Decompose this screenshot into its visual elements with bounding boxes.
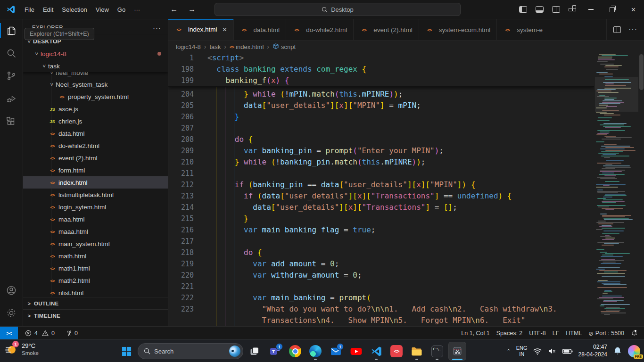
editor-more-actions-button[interactable]: ··· — [628, 25, 637, 34]
status-notifications-bell-icon[interactable] — [627, 330, 641, 337]
clock[interactable]: 02:47 28-04-2024 — [578, 344, 607, 358]
tree-item-math2-html[interactable]: <>math2.html — [23, 274, 168, 287]
tree-item-math1-html[interactable]: <>math1.html — [23, 262, 168, 274]
start-button[interactable] — [117, 342, 135, 361]
notification-bell-icon[interactable] — [612, 346, 623, 356]
ports-button[interactable]: 0 — [63, 327, 81, 340]
toggle-panel-icon[interactable] — [536, 6, 544, 13]
status-port-button[interactable]: ⊘Port : 5500 — [585, 330, 627, 337]
code-editor[interactable]: 1<script>198 class banking extends com_r… — [168, 52, 594, 326]
tree-item-task[interactable]: >task — [23, 60, 168, 72]
tab-system-e[interactable]: <>system-e — [497, 19, 549, 40]
menu-more-button[interactable]: ··· — [130, 4, 144, 15]
tree-item-neel-system-task[interactable]: >Neel_system_task — [23, 78, 168, 90]
tree-item-asce-js[interactable]: JSasce.js — [23, 103, 168, 115]
taskbar-app-edge[interactable] — [306, 342, 324, 361]
tree-item-do-while2-html[interactable]: <>do-while2.html — [23, 140, 168, 152]
restore-button[interactable] — [602, 0, 623, 19]
menu-view[interactable]: View — [91, 4, 113, 15]
volume-muted-icon[interactable] — [547, 346, 557, 356]
tab-event-2-html[interactable]: <>event (2).html — [354, 19, 419, 40]
tree-item-form-html[interactable]: <>form.html — [23, 164, 168, 176]
problems-button[interactable]: 4 0 — [22, 327, 58, 340]
copilot-icon[interactable]: PRE — [628, 345, 640, 357]
close-button[interactable]: ✕ — [623, 0, 644, 19]
tree-item-main-system-html[interactable]: <>main_system.html — [23, 238, 168, 250]
explorer-section-timeline[interactable]: >TIMELINE — [23, 309, 168, 321]
weather-widget[interactable]: 1 29°C Smoke — [5, 342, 39, 357]
tab-system-ecom-html[interactable]: <>system-ecom.html — [419, 19, 497, 40]
customize-layout-icon[interactable] — [569, 7, 576, 13]
minimap[interactable] — [595, 52, 638, 326]
minimap-viewport[interactable] — [595, 77, 638, 112]
menu-edit[interactable]: Edit — [39, 4, 58, 15]
nav-forward-button[interactable]: → — [188, 5, 196, 14]
explorer-section-outline[interactable]: >OUTLINE — [23, 297, 168, 309]
menu-file[interactable]: File — [20, 4, 39, 15]
activity-source-control-button[interactable] — [0, 65, 23, 87]
tree-item-property-system-html[interactable]: <>property_system.html — [23, 90, 168, 103]
taskbar-app-mail[interactable]: 1 — [327, 342, 345, 361]
hidden-icons-chevron[interactable]: ⌃ — [506, 348, 511, 354]
tree-section-desktop[interactable]: >DESKTOP — [23, 35, 168, 48]
taskbar-app-chrome[interactable] — [286, 342, 304, 361]
toggle-primary-sidebar-icon[interactable] — [519, 6, 527, 13]
tree-item-neel-movie[interactable]: >neel_movie — [23, 72, 168, 78]
taskbar-search[interactable]: Search — [138, 343, 243, 359]
remote-indicator-button[interactable]: >< — [0, 327, 18, 340]
bing-daily-image[interactable] — [229, 346, 240, 357]
status-lf[interactable]: LF — [549, 330, 563, 337]
activity-settings-button[interactable] — [0, 302, 23, 324]
tree-item-listmultipletask-html[interactable]: <>listmultipletask.html — [23, 189, 168, 201]
status-ln-1-col-1[interactable]: Ln 1, Col 1 — [458, 330, 493, 337]
status-spaces-2[interactable]: Spaces: 2 — [493, 330, 526, 337]
tree-item-maa-html[interactable]: <>maa.html — [23, 213, 168, 225]
taskbar-app-terminal[interactable]: C:\_ — [428, 342, 446, 361]
activity-search-button[interactable] — [0, 42, 23, 65]
tab-close-icon[interactable]: ✕ — [223, 26, 227, 33]
breadcrumb-item-script[interactable]: script — [272, 43, 296, 51]
nav-back-button[interactable]: ← — [170, 5, 178, 14]
activity-extensions-button[interactable] — [0, 110, 23, 132]
activity-account-button[interactable] — [0, 279, 23, 302]
tree-item-math-html[interactable]: <>math.html — [23, 250, 168, 262]
tree-item-login-sytem-html[interactable]: <>login_sytem.html — [23, 201, 168, 213]
minimize-button[interactable] — [580, 0, 602, 19]
activity-explorer-button[interactable] — [0, 19, 23, 42]
tree-item-nlist-html[interactable]: <>nlist.html — [23, 287, 168, 297]
tab-do-while2-html[interactable]: <>do-while2.html — [286, 19, 354, 40]
taskbar-app-vscode[interactable] — [367, 342, 385, 361]
tab-index-html[interactable]: <>index.html✕ — [168, 19, 234, 40]
breadcrumb-item-task[interactable]: task — [209, 43, 221, 50]
battery-icon[interactable] — [562, 346, 573, 356]
activity-run-debug-button[interactable] — [0, 87, 23, 110]
explorer-more-actions-button[interactable]: ··· — [153, 24, 161, 32]
command-center-search[interactable]: Desktop — [215, 3, 461, 16]
tree-item-event-2-html[interactable]: <>event (2).html — [23, 152, 168, 164]
split-editor-icon[interactable] — [613, 26, 621, 33]
breadcrumb-item-index-html[interactable]: <>index.html — [230, 43, 264, 50]
taskbar-app-code-red[interactable]: <> — [388, 342, 405, 361]
menu-go[interactable]: Go — [113, 4, 130, 15]
breadcrumb-item-logic14-8[interactable]: logic14-8 — [176, 43, 201, 50]
editor-scrollbar[interactable] — [639, 54, 644, 90]
wifi-icon[interactable] — [533, 346, 542, 356]
tree-item-data-html[interactable]: <>data.html — [23, 127, 168, 140]
taskbar-app-snipping[interactable] — [448, 342, 466, 361]
taskbar-app-teams[interactable]: T1 — [266, 342, 284, 361]
language-indicator[interactable]: ENG IN — [516, 345, 528, 357]
tree-item-maaa-html[interactable]: <>maaa.html — [23, 225, 168, 238]
menu-selection[interactable]: Selection — [58, 4, 91, 15]
minimap-line — [595, 68, 638, 69]
status-utf-8[interactable]: UTF-8 — [526, 330, 549, 337]
tab-data-html[interactable]: <>data.html — [234, 19, 287, 40]
tree-item-logic14-8[interactable]: >logic14-8 — [23, 48, 168, 60]
minimap-line — [605, 65, 622, 66]
status-html[interactable]: HTML — [562, 330, 585, 337]
taskbar-app-youtube[interactable] — [347, 342, 365, 361]
taskbar-app-task-view[interactable] — [246, 342, 264, 361]
taskbar-app-file-explorer[interactable] — [408, 342, 426, 361]
tree-item-index-html[interactable]: <>index.html — [23, 176, 168, 189]
toggle-secondary-sidebar-icon[interactable] — [552, 6, 560, 13]
tree-item-chrlen-js[interactable]: JSchrlen.js — [23, 115, 168, 127]
